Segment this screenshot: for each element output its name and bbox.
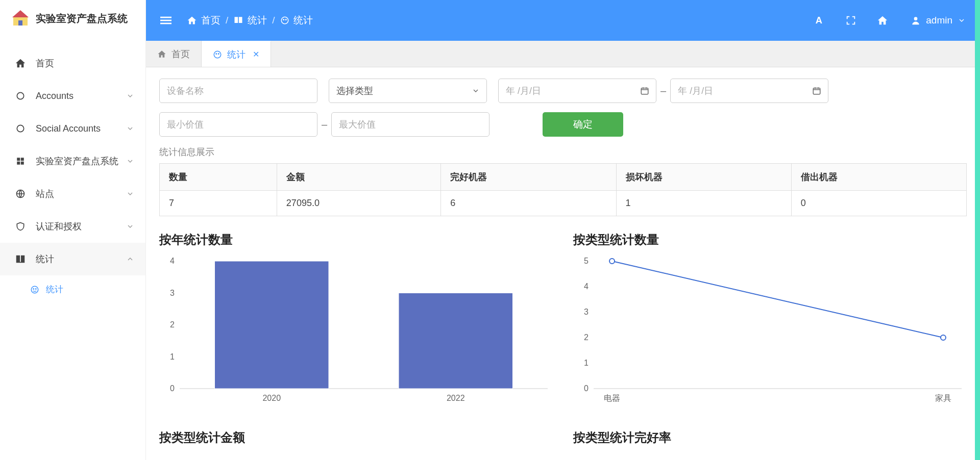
svg-text:3: 3 xyxy=(170,289,175,297)
content-tabs: 首页 统计 ✕ xyxy=(146,41,980,67)
sidebar-item-label: 认证和授权 xyxy=(36,220,82,233)
breadcrumb-sep: / xyxy=(226,15,228,26)
sidebar-item-auth[interactable]: 认证和授权 xyxy=(0,210,145,243)
svg-text:4: 4 xyxy=(584,282,589,291)
chevron-down-icon xyxy=(126,222,134,231)
max-value-input[interactable] xyxy=(331,112,489,137)
chart-title: 按年统计数量 xyxy=(159,232,553,248)
svg-text:A: A xyxy=(816,15,822,25)
breadcrumb-sep: / xyxy=(272,15,275,26)
table-row: 7 27095.0 6 1 0 xyxy=(160,191,967,216)
svg-point-22 xyxy=(216,53,217,54)
home-icon xyxy=(157,49,166,59)
grid-icon xyxy=(14,155,27,167)
td: 27095.0 xyxy=(277,191,440,216)
th: 数量 xyxy=(160,164,277,191)
chart-canvas: 012345电器家具 xyxy=(573,256,967,409)
sidebar: 实验室资产盘点系统 首页 Accounts xyxy=(0,0,146,460)
svg-text:2020: 2020 xyxy=(262,394,281,402)
svg-text:家具: 家具 xyxy=(935,394,951,402)
chevron-down-icon xyxy=(958,16,966,24)
svg-text:4: 4 xyxy=(170,257,175,265)
sidebar-submenu-statistics: 统计 xyxy=(0,275,145,303)
svg-rect-5 xyxy=(17,158,20,161)
fullscreen-icon[interactable] xyxy=(845,15,856,26)
type-select[interactable]: 选择类型 xyxy=(329,79,487,103)
svg-point-4 xyxy=(17,125,23,132)
chart-title: 按类型统计金额 xyxy=(159,429,553,446)
face-icon xyxy=(213,50,222,59)
svg-text:0: 0 xyxy=(170,384,175,393)
right-accent-strip xyxy=(975,0,980,460)
tab-close-icon[interactable]: ✕ xyxy=(253,49,259,59)
chart-canvas: 0123420202022 xyxy=(159,256,553,409)
sidebar-item-sites[interactable]: 站点 xyxy=(0,177,145,210)
svg-rect-8 xyxy=(21,162,24,165)
chart-by-type-good: 按类型统计完好率 xyxy=(573,429,967,454)
svg-marker-1 xyxy=(12,10,29,17)
svg-rect-7 xyxy=(17,162,20,165)
shield-icon xyxy=(14,220,27,233)
sidebar-item-accounts[interactable]: Accounts xyxy=(0,80,145,112)
svg-rect-34 xyxy=(399,293,513,389)
face-icon xyxy=(30,285,40,295)
user-name: admin xyxy=(926,15,952,26)
device-name-input[interactable] xyxy=(159,79,317,103)
td: 6 xyxy=(441,191,616,216)
summary-table: 数量 金额 完好机器 损坏机器 借出机器 7 27095.0 6 1 0 xyxy=(159,163,967,216)
filter-row: 选择类型 – xyxy=(159,79,967,103)
logo-area: 实验室资产盘点系统 xyxy=(0,0,145,37)
chart-by-year-qty: 按年统计数量 0123420202022 xyxy=(159,232,553,409)
breadcrumb-page[interactable]: 统计 xyxy=(280,14,313,27)
th: 损坏机器 xyxy=(616,164,791,191)
section-label: 统计信息展示 xyxy=(159,146,967,158)
min-value-input[interactable] xyxy=(159,112,317,137)
date-to-input[interactable] xyxy=(670,79,828,103)
sidebar-item-statistics[interactable]: 统计 xyxy=(0,243,145,275)
tab-home[interactable]: 首页 xyxy=(146,41,202,67)
chart-by-type-amount: 按类型统计金额 xyxy=(159,429,553,454)
sidebar-subitem-label: 统计 xyxy=(46,284,63,295)
sidebar-item-label: Accounts xyxy=(36,91,74,101)
sidebar-item-label: 统计 xyxy=(36,253,54,265)
chevron-down-icon xyxy=(126,124,134,133)
chart-title: 按类型统计完好率 xyxy=(573,429,967,446)
sidebar-item-lab-assets[interactable]: 实验室资产盘点系统 xyxy=(0,145,145,177)
svg-point-43 xyxy=(609,259,615,264)
content: 选择类型 – xyxy=(146,67,980,460)
topbar: 首页 / 统计 / 统计 A xyxy=(146,0,980,41)
breadcrumb-home[interactable]: 首页 xyxy=(187,14,220,27)
th: 借出机器 xyxy=(791,164,966,191)
menu-toggle-icon[interactable] xyxy=(160,15,172,26)
svg-point-10 xyxy=(31,286,38,293)
book-icon xyxy=(14,253,27,265)
svg-rect-2 xyxy=(18,20,22,25)
sidebar-menu: 首页 Accounts Social Accounts xyxy=(0,37,145,460)
svg-point-20 xyxy=(914,17,918,20)
chevron-down-icon xyxy=(126,157,134,165)
svg-point-45 xyxy=(941,335,946,340)
home-icon[interactable] xyxy=(877,15,888,26)
th: 完好机器 xyxy=(441,164,616,191)
svg-point-12 xyxy=(36,288,37,289)
svg-point-17 xyxy=(283,19,284,20)
user-menu[interactable]: admin xyxy=(911,15,966,26)
sidebar-item-label: 实验室资产盘点系统 xyxy=(36,155,118,167)
font-size-icon[interactable]: A xyxy=(814,15,825,26)
sidebar-item-social-accounts[interactable]: Social Accounts xyxy=(0,112,145,145)
sidebar-item-label: 站点 xyxy=(36,188,54,200)
svg-point-18 xyxy=(285,19,286,20)
td: 7 xyxy=(160,191,277,216)
tab-statistics[interactable]: 统计 ✕ xyxy=(202,41,271,67)
range-dash: – xyxy=(322,119,327,131)
breadcrumb-group[interactable]: 统计 xyxy=(233,14,267,27)
date-from-input[interactable] xyxy=(498,79,656,103)
svg-point-23 xyxy=(218,53,219,54)
sidebar-item-home[interactable]: 首页 xyxy=(0,47,145,80)
svg-point-21 xyxy=(214,51,221,58)
td: 1 xyxy=(616,191,791,216)
svg-point-11 xyxy=(33,288,34,289)
submit-button[interactable]: 确定 xyxy=(543,112,623,137)
sidebar-subitem-statistics[interactable]: 统计 xyxy=(0,275,145,303)
sidebar-item-label: Social Accounts xyxy=(36,123,101,134)
